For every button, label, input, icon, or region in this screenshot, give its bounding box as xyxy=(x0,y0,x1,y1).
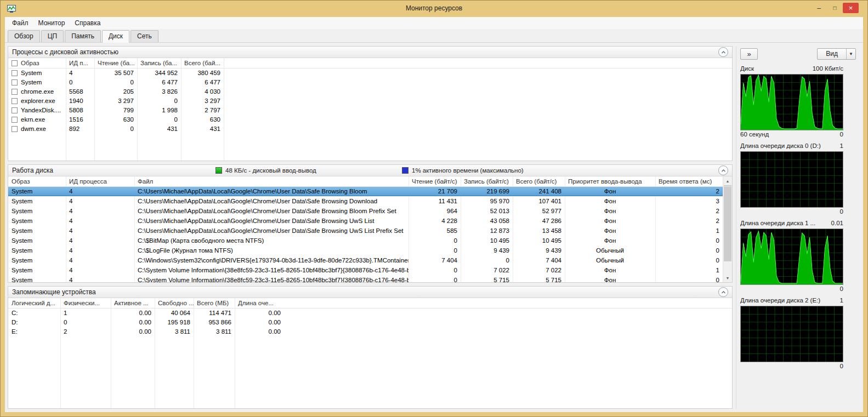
row-checkbox[interactable] xyxy=(12,98,18,104)
menu-file[interactable]: Файл xyxy=(7,18,33,28)
column-header[interactable]: ИД п... xyxy=(66,58,94,68)
table-cell: C:\Users\Michael\AppData\Local\Google\Ch… xyxy=(134,226,409,236)
maximize-button[interactable]: □ xyxy=(827,3,843,13)
processes-panel-header[interactable]: Процессы с дисковой активностью xyxy=(8,47,732,58)
view-dropdown-button[interactable]: Вид ▼ xyxy=(817,48,856,60)
column-header-label: Время ответа (мс) xyxy=(659,178,712,185)
table-cell: 3 297 xyxy=(94,96,137,105)
table-row[interactable]: System4C:\System Volume Information\{38e… xyxy=(8,265,723,275)
table-cell: System xyxy=(8,255,66,265)
scroll-up-arrow[interactable]: ▲ xyxy=(723,176,732,185)
tab-overview[interactable]: Обзор xyxy=(8,30,40,42)
view-button-label: Вид xyxy=(818,49,846,59)
table-cell: 0 xyxy=(655,275,723,282)
table-row[interactable]: explorer.exe19403 29703 297 xyxy=(8,96,224,105)
collapse-sidebar-button[interactable]: » xyxy=(740,48,758,60)
table-row[interactable]: System4C:\System Volume Information\{38e… xyxy=(8,275,723,282)
table-cell: Фон xyxy=(565,196,655,206)
chart-title: Длина очереди диска 0 (D:) xyxy=(740,142,821,151)
table-cell: 3 811 xyxy=(194,327,235,336)
table-cell: 380 459 xyxy=(181,68,224,77)
table-cell: 1940 xyxy=(66,96,94,105)
row-checkbox[interactable] xyxy=(12,117,18,123)
resource-monitor-window: Монитор ресурсов – □ × Файл Монитор Спра… xyxy=(0,0,868,417)
disk-activity-panel-header[interactable]: Работа диска 48 КБ/с - дисковый ввод-выв… xyxy=(8,165,732,176)
close-button[interactable]: × xyxy=(843,3,859,13)
tab-disk[interactable]: Диск xyxy=(102,30,129,43)
table-row[interactable]: E:20.003 8113 8110.00 xyxy=(8,327,284,336)
table-row[interactable]: System4C:\Users\Michael\AppData\Local\Go… xyxy=(8,196,723,206)
column-header[interactable]: Время ответа (мс) xyxy=(655,176,723,186)
disk-activity-table: ОбразИД процессаФайлЧтение (байт/с)Запис… xyxy=(8,176,723,282)
column-header[interactable]: Всего (МБ) xyxy=(194,298,235,308)
table-row[interactable]: System006 4776 477 xyxy=(8,77,224,87)
table-header-row: Логический д...Физически...Активное ...С… xyxy=(8,298,284,308)
header-checkbox[interactable] xyxy=(12,60,18,66)
table-row[interactable]: chrome.exe55682053 8264 030 xyxy=(8,87,224,96)
table-cell: 0.00 xyxy=(235,327,284,336)
scroll-down-arrow[interactable]: ▼ xyxy=(723,273,732,282)
table-cell: 953 866 xyxy=(194,317,235,327)
column-header[interactable]: Чтение (байт/с) xyxy=(409,176,461,186)
table-row[interactable]: D:00.00195 918953 8660.00 xyxy=(8,317,284,327)
column-header-label: Свободно ... xyxy=(158,300,194,306)
table-cell: C:\Users\Michael\AppData\Local\Google\Ch… xyxy=(134,196,409,206)
scrollbar-thumb[interactable] xyxy=(724,185,731,261)
column-header[interactable]: Свободно ... xyxy=(155,298,194,308)
table-row[interactable]: C:10.0040 064114 4710.00 xyxy=(8,308,284,317)
column-header[interactable]: Активное ... xyxy=(111,298,155,308)
collapse-panel-button[interactable] xyxy=(718,287,728,297)
column-header[interactable]: Запись (байт/с) xyxy=(461,176,513,186)
menu-bar: Файл Монитор Справка xyxy=(5,17,863,29)
menu-help[interactable]: Справка xyxy=(70,18,105,28)
table-row[interactable]: YandexDisk....58087991 9982 797 xyxy=(8,105,224,115)
chart-time-label: 60 секунд xyxy=(740,131,769,139)
collapse-panel-button[interactable] xyxy=(718,165,728,175)
column-header[interactable]: Образ xyxy=(8,58,66,68)
titlebar[interactable]: Монитор ресурсов – □ × xyxy=(1,1,867,17)
table-cell: C: xyxy=(8,308,60,317)
table-cell: System xyxy=(8,186,66,196)
table-row[interactable]: System4C:\$BitMap (Карта свободного мест… xyxy=(8,236,723,245)
table-row[interactable]: System4C:\Windows\System32\config\DRIVER… xyxy=(8,255,723,265)
table-cell: 52 013 xyxy=(461,206,513,216)
tab-network[interactable]: Сеть xyxy=(131,30,158,42)
column-header[interactable]: Длина оче... xyxy=(235,298,284,308)
column-header[interactable]: Всего (бай... xyxy=(181,58,224,68)
table-row[interactable]: dwm.exe8920431431 xyxy=(8,124,224,133)
minimize-button[interactable]: – xyxy=(811,3,827,13)
column-header[interactable]: Приоритет ввода-вывода xyxy=(565,176,655,186)
vertical-scrollbar[interactable]: ▲ ▼ xyxy=(723,176,732,282)
row-checkbox[interactable] xyxy=(12,126,18,132)
row-checkbox[interactable] xyxy=(12,79,18,85)
column-header[interactable]: Образ xyxy=(8,176,66,186)
column-header[interactable]: Логический д... xyxy=(8,298,60,308)
column-header-label: Чтение (ба... xyxy=(98,60,135,66)
column-header[interactable]: Запись (ба... xyxy=(137,58,181,68)
table-cell: System xyxy=(8,275,66,282)
column-header[interactable]: ИД процесса xyxy=(66,176,134,186)
blue-legend-swatch-icon xyxy=(402,167,409,174)
table-row[interactable]: System4C:\Users\Michael\AppData\Local\Go… xyxy=(8,206,723,216)
table-row[interactable]: System4C:\$LogFile (Журнал тома NTFS)09 … xyxy=(8,245,723,255)
row-checkbox[interactable] xyxy=(12,89,18,95)
menu-monitor[interactable]: Монитор xyxy=(33,18,70,28)
column-header[interactable]: Всего (байт/с) xyxy=(513,176,565,186)
storage-panel-header[interactable]: Запоминающие устройства xyxy=(8,287,732,298)
table-row[interactable]: ekrn.exe15166300630 xyxy=(8,115,224,124)
column-header[interactable]: Физически... xyxy=(60,298,111,308)
table-cell: 0.00 xyxy=(235,308,284,317)
collapse-panel-button[interactable] xyxy=(718,47,728,57)
table-row[interactable]: System4C:\Users\Michael\AppData\Local\Go… xyxy=(8,186,723,196)
table-cell: 0 xyxy=(66,77,94,87)
table-row[interactable]: System435 507344 952380 459 xyxy=(8,68,224,77)
row-checkbox[interactable] xyxy=(12,107,18,113)
row-checkbox[interactable] xyxy=(12,70,18,76)
tab-cpu[interactable]: ЦП xyxy=(41,30,64,42)
table-row[interactable]: System4C:\Users\Michael\AppData\Local\Go… xyxy=(8,226,723,236)
tab-memory[interactable]: Память xyxy=(65,30,101,42)
table-row[interactable]: System4C:\Users\Michael\AppData\Local\Go… xyxy=(8,216,723,226)
chart-max-label: 1 xyxy=(840,142,843,151)
column-header[interactable]: Чтение (ба... xyxy=(94,58,137,68)
column-header[interactable]: Файл xyxy=(134,176,409,186)
